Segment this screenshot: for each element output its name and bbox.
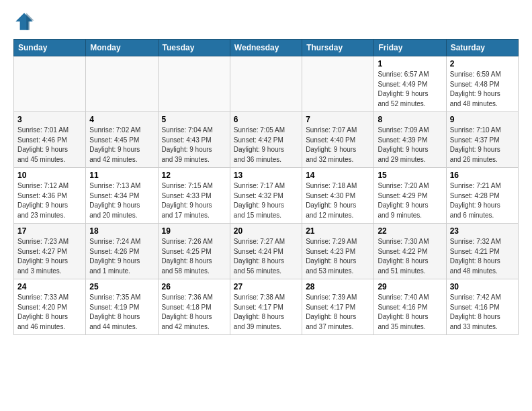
calendar-header-row: SundayMondayTuesdayWednesdayThursdayFrid… — [14, 40, 519, 56]
day-number: 9 — [450, 115, 515, 124]
day-number: 7 — [306, 115, 370, 124]
day-number: 20 — [234, 226, 298, 236]
calendar-cell — [158, 56, 230, 112]
logo — [13, 11, 38, 32]
day-info: Sunrise: 6:59 AM Sunset: 4:48 PM Dayligh… — [450, 70, 515, 109]
day-number: 19 — [162, 226, 226, 236]
calendar-week-1: 3Sunrise: 7:01 AM Sunset: 4:46 PM Daylig… — [14, 112, 519, 168]
day-number: 6 — [234, 115, 298, 124]
day-header-thursday: Thursday — [302, 40, 374, 56]
day-number: 29 — [378, 282, 442, 291]
calendar-cell: 14Sunrise: 7:18 AM Sunset: 4:30 PM Dayli… — [302, 168, 374, 224]
day-number: 24 — [17, 282, 82, 291]
day-number: 10 — [17, 171, 82, 180]
day-info: Sunrise: 7:36 AM Sunset: 4:18 PM Dayligh… — [162, 293, 226, 332]
calendar-cell: 29Sunrise: 7:40 AM Sunset: 4:16 PM Dayli… — [374, 279, 446, 335]
calendar-cell: 16Sunrise: 7:21 AM Sunset: 4:28 PM Dayli… — [446, 168, 518, 224]
day-info: Sunrise: 7:10 AM Sunset: 4:37 PM Dayligh… — [450, 126, 515, 165]
day-info: Sunrise: 7:24 AM Sunset: 4:26 PM Dayligh… — [89, 237, 154, 276]
calendar-cell: 15Sunrise: 7:20 AM Sunset: 4:29 PM Dayli… — [374, 168, 446, 224]
day-number: 2 — [450, 59, 515, 68]
day-info: Sunrise: 7:40 AM Sunset: 4:16 PM Dayligh… — [378, 293, 442, 332]
day-info: Sunrise: 7:05 AM Sunset: 4:42 PM Dayligh… — [234, 126, 298, 165]
day-number: 1 — [378, 59, 442, 68]
calendar-cell: 10Sunrise: 7:12 AM Sunset: 4:36 PM Dayli… — [14, 168, 86, 224]
day-number: 26 — [162, 282, 226, 291]
day-info: Sunrise: 7:18 AM Sunset: 4:30 PM Dayligh… — [306, 181, 370, 220]
day-info: Sunrise: 7:20 AM Sunset: 4:29 PM Dayligh… — [378, 181, 442, 220]
day-info: Sunrise: 7:30 AM Sunset: 4:22 PM Dayligh… — [378, 237, 442, 276]
calendar-cell: 8Sunrise: 7:09 AM Sunset: 4:39 PM Daylig… — [374, 112, 446, 168]
calendar-cell — [86, 56, 158, 112]
day-info: Sunrise: 7:27 AM Sunset: 4:24 PM Dayligh… — [234, 237, 298, 276]
logo-icon — [13, 11, 35, 32]
day-info: Sunrise: 7:23 AM Sunset: 4:27 PM Dayligh… — [17, 237, 82, 276]
day-number: 25 — [89, 282, 154, 291]
day-number: 16 — [450, 171, 515, 180]
calendar-cell: 13Sunrise: 7:17 AM Sunset: 4:32 PM Dayli… — [230, 168, 302, 224]
calendar-week-4: 24Sunrise: 7:33 AM Sunset: 4:20 PM Dayli… — [14, 279, 519, 335]
day-info: Sunrise: 7:07 AM Sunset: 4:40 PM Dayligh… — [306, 126, 370, 165]
calendar-cell: 6Sunrise: 7:05 AM Sunset: 4:42 PM Daylig… — [230, 112, 302, 168]
day-header-friday: Friday — [374, 40, 446, 56]
calendar-cell: 28Sunrise: 7:39 AM Sunset: 4:17 PM Dayli… — [302, 279, 374, 335]
day-number: 13 — [234, 171, 298, 180]
calendar-cell: 20Sunrise: 7:27 AM Sunset: 4:24 PM Dayli… — [230, 224, 302, 279]
day-number: 8 — [378, 115, 442, 124]
calendar-cell: 9Sunrise: 7:10 AM Sunset: 4:37 PM Daylig… — [446, 112, 518, 168]
day-info: Sunrise: 7:12 AM Sunset: 4:36 PM Dayligh… — [17, 181, 82, 220]
day-info: Sunrise: 7:01 AM Sunset: 4:46 PM Dayligh… — [17, 126, 82, 165]
day-header-tuesday: Tuesday — [158, 40, 230, 56]
calendar-cell: 5Sunrise: 7:04 AM Sunset: 4:43 PM Daylig… — [158, 112, 230, 168]
day-info: Sunrise: 7:32 AM Sunset: 4:21 PM Dayligh… — [450, 237, 515, 276]
calendar-cell: 18Sunrise: 7:24 AM Sunset: 4:26 PM Dayli… — [86, 224, 158, 279]
day-info: Sunrise: 7:33 AM Sunset: 4:20 PM Dayligh… — [17, 293, 82, 332]
calendar-cell — [302, 56, 374, 112]
day-number: 28 — [306, 282, 370, 291]
day-info: Sunrise: 7:35 AM Sunset: 4:19 PM Dayligh… — [89, 293, 154, 332]
calendar-cell: 22Sunrise: 7:30 AM Sunset: 4:22 PM Dayli… — [374, 224, 446, 279]
calendar-cell: 1Sunrise: 6:57 AM Sunset: 4:49 PM Daylig… — [374, 56, 446, 112]
calendar-cell: 25Sunrise: 7:35 AM Sunset: 4:19 PM Dayli… — [86, 279, 158, 335]
calendar-cell — [230, 56, 302, 112]
day-number: 18 — [89, 226, 154, 236]
day-number: 3 — [17, 115, 82, 124]
calendar-cell: 2Sunrise: 6:59 AM Sunset: 4:48 PM Daylig… — [446, 56, 518, 112]
day-number: 27 — [234, 282, 298, 291]
day-number: 17 — [17, 226, 82, 236]
day-info: Sunrise: 7:13 AM Sunset: 4:34 PM Dayligh… — [89, 181, 154, 220]
calendar-table: SundayMondayTuesdayWednesdayThursdayFrid… — [13, 39, 519, 335]
day-info: Sunrise: 7:02 AM Sunset: 4:45 PM Dayligh… — [89, 126, 154, 165]
calendar-cell: 3Sunrise: 7:01 AM Sunset: 4:46 PM Daylig… — [14, 112, 86, 168]
calendar-cell: 12Sunrise: 7:15 AM Sunset: 4:33 PM Dayli… — [158, 168, 230, 224]
day-info: Sunrise: 7:39 AM Sunset: 4:17 PM Dayligh… — [306, 293, 370, 332]
day-number: 15 — [378, 171, 442, 180]
calendar-cell: 24Sunrise: 7:33 AM Sunset: 4:20 PM Dayli… — [14, 279, 86, 335]
day-info: Sunrise: 7:29 AM Sunset: 4:23 PM Dayligh… — [306, 237, 370, 276]
day-number: 23 — [450, 226, 515, 236]
calendar-cell: 30Sunrise: 7:42 AM Sunset: 4:16 PM Dayli… — [446, 279, 518, 335]
day-info: Sunrise: 7:26 AM Sunset: 4:25 PM Dayligh… — [162, 237, 226, 276]
calendar-cell — [14, 56, 86, 112]
day-header-wednesday: Wednesday — [230, 40, 302, 56]
page: SundayMondayTuesdayWednesdayThursdayFrid… — [0, 0, 532, 346]
day-info: Sunrise: 7:42 AM Sunset: 4:16 PM Dayligh… — [450, 293, 515, 332]
calendar-cell: 11Sunrise: 7:13 AM Sunset: 4:34 PM Dayli… — [86, 168, 158, 224]
day-number: 4 — [89, 115, 154, 124]
day-info: Sunrise: 7:17 AM Sunset: 4:32 PM Dayligh… — [234, 181, 298, 220]
svg-marker-0 — [15, 13, 33, 30]
calendar-cell: 23Sunrise: 7:32 AM Sunset: 4:21 PM Dayli… — [446, 224, 518, 279]
day-number: 22 — [378, 226, 442, 236]
day-info: Sunrise: 6:57 AM Sunset: 4:49 PM Dayligh… — [378, 70, 442, 109]
day-header-monday: Monday — [86, 40, 158, 56]
day-number: 11 — [89, 171, 154, 180]
day-number: 12 — [162, 171, 226, 180]
calendar-cell: 19Sunrise: 7:26 AM Sunset: 4:25 PM Dayli… — [158, 224, 230, 279]
day-number: 21 — [306, 226, 370, 236]
day-header-saturday: Saturday — [446, 40, 518, 56]
day-info: Sunrise: 7:09 AM Sunset: 4:39 PM Dayligh… — [378, 126, 442, 165]
calendar-week-3: 17Sunrise: 7:23 AM Sunset: 4:27 PM Dayli… — [14, 224, 519, 279]
day-number: 14 — [306, 171, 370, 180]
day-info: Sunrise: 7:38 AM Sunset: 4:17 PM Dayligh… — [234, 293, 298, 332]
day-number: 5 — [162, 115, 226, 124]
